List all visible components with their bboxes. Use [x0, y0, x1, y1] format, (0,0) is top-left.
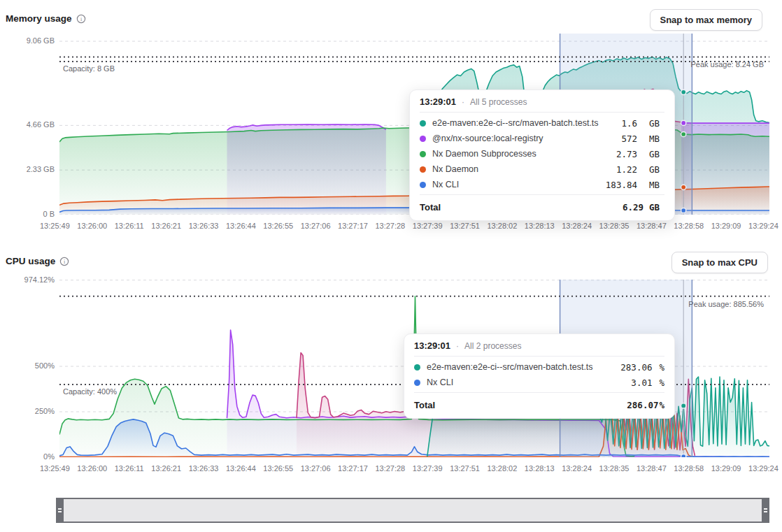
chart-tooltip: 13:29:01·All 2 processese2e-maven:e2e-ci…: [404, 333, 675, 419]
tooltip-subtitle: All 5 processes: [470, 97, 527, 107]
range-slider-left-handle[interactable]: [56, 498, 64, 523]
total-label: Total: [420, 202, 623, 213]
x-tick-label: 13:26:00: [77, 464, 107, 473]
chart-tooltip: 13:29:01·All 5 processese2e-maven:e2e-ci…: [409, 89, 675, 221]
process-value-unit: MB: [649, 134, 664, 144]
y-tick-label: 0 B: [0, 210, 55, 218]
info-icon[interactable]: i: [59, 257, 69, 266]
total-value-unit: %: [659, 400, 664, 410]
cpu-section-header: CPU usage i: [6, 256, 69, 266]
process-value-unit: MB: [649, 180, 664, 190]
process-value: 572: [621, 134, 637, 144]
tooltip-time: 13:29:01: [420, 96, 456, 107]
peak-usage-label: Peak usage: 8.24 GB: [690, 60, 764, 69]
tooltip-row: Nx Daemon Subprocesses2.73GB: [420, 146, 664, 161]
y-tick-label: 974.12%: [0, 275, 55, 284]
info-icon[interactable]: i: [76, 14, 86, 24]
x-tick-label: 13:26:21: [151, 464, 181, 473]
y-tick-label: 4.66 GB: [0, 120, 55, 129]
snap-to-max-memory-button[interactable]: Snap to max memory: [650, 9, 763, 31]
process-value: 183.84: [606, 180, 637, 190]
tooltip-row: Nx CLI3.01%: [414, 375, 664, 390]
tooltip-subtitle: All 2 processes: [464, 341, 521, 351]
tooltip-rows: e2e-maven:e2e-ci--src/maven-batch.test.t…: [414, 357, 664, 390]
x-tick-label: 13:27:17: [338, 464, 368, 473]
process-value: 1.22: [616, 164, 637, 175]
x-tick-label: 13:28:24: [562, 464, 592, 473]
tooltip-total-row: Total286.07%: [414, 392, 664, 413]
svg-text:i: i: [80, 16, 82, 22]
y-tick-label: 0%: [0, 452, 55, 461]
process-value-unit: GB: [649, 118, 664, 129]
process-name: @nx/nx-source:local-registry: [432, 134, 615, 143]
total-value: 6.29: [623, 202, 644, 213]
x-tick-label: 13:29:24: [748, 222, 779, 230]
process-value-unit: GB: [649, 164, 664, 175]
tooltip-row: Nx Daemon1.22GB: [420, 161, 664, 177]
process-value: 2.73: [616, 149, 637, 159]
y-tick-label: 500%: [0, 361, 55, 370]
y-tick-label: 9.06 GB: [0, 36, 55, 45]
x-tick-label: 13:27:51: [450, 222, 480, 230]
process-name: e2e-maven:e2e-ci--src/maven-batch.test.t…: [432, 118, 615, 128]
svg-text:i: i: [64, 259, 66, 265]
x-tick-label: 13:27:51: [450, 464, 480, 473]
x-tick-label: 13:26:33: [189, 464, 219, 473]
x-tick-label: 13:27:28: [375, 464, 405, 473]
tooltip-total-row: Total6.29GB: [420, 194, 664, 215]
timeline-range-slider[interactable]: [56, 498, 769, 523]
x-tick-label: 13:27:28: [375, 222, 405, 230]
tooltip-row: e2e-maven:e2e-ci--src/maven-batch.test.t…: [414, 359, 664, 375]
x-tick-label: 13:25:49: [40, 222, 70, 230]
y-tick-label: 2.33 GB: [0, 165, 55, 173]
x-tick-label: 13:28:13: [525, 464, 555, 473]
x-tick-label: 13:28:13: [525, 222, 555, 230]
snap-to-max-cpu-button[interactable]: Snap to max CPU: [671, 252, 768, 273]
x-tick-label: 13:26:00: [77, 222, 107, 230]
x-tick-label: 13:28:47: [637, 464, 667, 473]
x-tick-label: 13:27:39: [413, 464, 443, 473]
x-tick-label: 13:26:44: [226, 464, 256, 473]
process-value: 3.01: [631, 378, 652, 388]
x-tick-label: 13:27:17: [338, 222, 368, 230]
tooltip-header: 13:29:01·All 2 processes: [414, 340, 664, 357]
x-tick-label: 13:28:35: [599, 464, 630, 473]
x-tick-label: 13:26:44: [226, 222, 256, 230]
tooltip-separator: ·: [462, 97, 464, 107]
series-color-dot: [414, 364, 420, 371]
process-value-unit: GB: [649, 149, 664, 159]
tooltip-row: @nx/nx-source:local-registry572MB: [420, 131, 664, 146]
x-tick-label: 13:29:24: [748, 464, 779, 473]
x-tick-label: 13:28:24: [562, 222, 592, 230]
x-tick-label: 13:26:55: [263, 222, 293, 230]
x-tick-label: 13:28:02: [488, 222, 518, 230]
x-tick-label: 13:29:09: [711, 464, 741, 473]
process-value: 1.6: [621, 118, 637, 129]
series-color-dot: [420, 151, 426, 157]
x-tick-label: 13:29:09: [711, 222, 741, 230]
peak-usage-label: Peak usage: 885.56%: [688, 300, 764, 308]
tooltip-time: 13:29:01: [414, 340, 450, 351]
process-value-unit: %: [659, 362, 664, 373]
total-label: Total: [414, 400, 627, 410]
x-tick-label: 13:26:55: [263, 464, 293, 473]
memory-chart[interactable]: Capacity: 8 GBPeak usage: 8.24 GB13:29:0…: [59, 34, 769, 215]
x-tick-label: 13:27:06: [301, 222, 331, 230]
x-tick-label: 13:28:58: [674, 222, 704, 230]
series-color-dot: [420, 166, 426, 173]
x-tick-label: 13:26:33: [189, 222, 219, 230]
tooltip-header: 13:29:01·All 5 processes: [420, 96, 664, 113]
capacity-label: Capacity: 400%: [63, 387, 117, 396]
process-name: Nx Daemon: [432, 164, 610, 174]
memory-section-header: Memory usage i: [6, 13, 86, 24]
process-name: Nx CLI: [432, 180, 599, 189]
x-tick-label: 13:26:21: [151, 222, 181, 230]
range-slider-track[interactable]: [64, 499, 762, 522]
process-name: Nx CLI: [427, 378, 625, 387]
range-slider-right-handle[interactable]: [762, 498, 769, 523]
x-tick-label: 13:27:06: [301, 464, 331, 473]
series-color-dot: [414, 380, 420, 386]
cpu-chart[interactable]: Capacity: 400%Peak usage: 885.56%13:29:0…: [59, 280, 769, 457]
total-value: 286.07: [627, 400, 658, 410]
capacity-label: Capacity: 8 GB: [63, 64, 115, 73]
